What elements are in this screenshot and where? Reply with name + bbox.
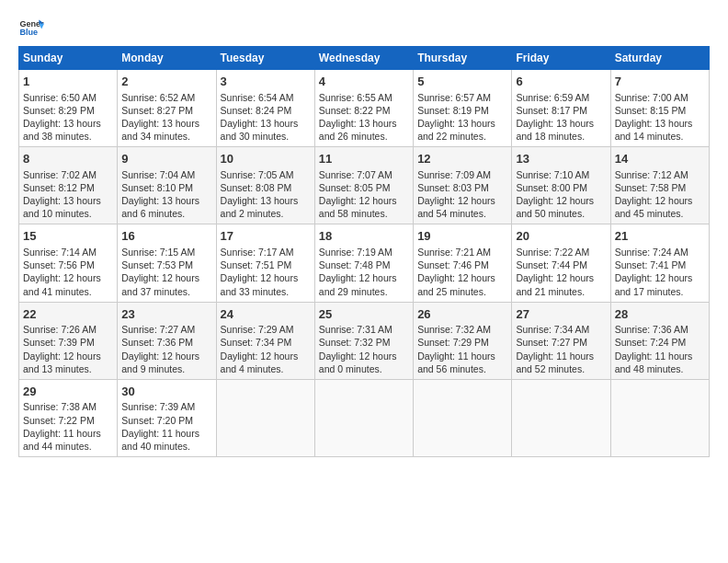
sunrise-label: Sunrise: 6:59 AM (516, 92, 589, 103)
sunrise-label: Sunrise: 7:15 AM (121, 247, 195, 258)
day-number: 14 (615, 151, 705, 167)
day-number: 8 (23, 151, 113, 167)
daylight-label: Daylight: 12 hours and 50 minutes. (516, 195, 594, 219)
sunset-label: Sunset: 8:19 PM (417, 105, 489, 116)
daylight-label: Daylight: 12 hours and 17 minutes. (615, 272, 693, 296)
day-cell-17: 17Sunrise: 7:17 AMSunset: 7:51 PMDayligh… (216, 224, 314, 302)
day-cell-6: 6Sunrise: 6:59 AMSunset: 8:17 PMDaylight… (512, 70, 610, 147)
day-number: 7 (615, 74, 705, 90)
day-number: 24 (221, 306, 311, 323)
day-cell-2: 2Sunrise: 6:52 AMSunset: 8:27 PMDaylight… (118, 70, 216, 147)
sunrise-label: Sunrise: 6:57 AM (417, 92, 491, 103)
day-number: 20 (516, 228, 606, 245)
logo: General Blue (18, 15, 44, 40)
day-cell-11: 11Sunrise: 7:07 AMSunset: 8:05 PMDayligh… (314, 147, 413, 224)
day-cell-5: 5Sunrise: 6:57 AMSunset: 8:19 PMDaylight… (414, 70, 512, 147)
day-cell-27: 27Sunrise: 7:34 AMSunset: 7:27 PMDayligh… (512, 302, 610, 379)
day-number: 30 (121, 384, 211, 400)
sunrise-label: Sunrise: 7:07 AM (319, 169, 392, 180)
sunrise-label: Sunrise: 7:31 AM (319, 324, 392, 335)
col-header-wednesday: Wednesday (314, 47, 413, 70)
sunset-label: Sunset: 8:24 PM (221, 105, 292, 116)
sunset-label: Sunset: 7:34 PM (221, 337, 292, 348)
sunrise-label: Sunrise: 7:24 AM (615, 247, 688, 258)
day-number: 11 (319, 151, 409, 167)
day-cell-18: 18Sunrise: 7:19 AMSunset: 7:48 PMDayligh… (314, 224, 413, 302)
sunset-label: Sunset: 7:46 PM (417, 259, 489, 270)
day-number: 26 (417, 306, 507, 323)
day-cell-7: 7Sunrise: 7:00 AMSunset: 8:15 PMDaylight… (610, 70, 709, 147)
daylight-label: Daylight: 11 hours and 40 minutes. (121, 428, 199, 452)
empty-cell (610, 379, 709, 456)
sunset-label: Sunset: 7:56 PM (23, 259, 95, 270)
sunset-label: Sunset: 7:27 PM (516, 337, 587, 348)
sunset-label: Sunset: 8:29 PM (23, 105, 95, 116)
day-cell-20: 20Sunrise: 7:22 AMSunset: 7:44 PMDayligh… (512, 224, 610, 302)
daylight-label: Daylight: 12 hours and 45 minutes. (615, 195, 693, 219)
day-cell-10: 10Sunrise: 7:05 AMSunset: 8:08 PMDayligh… (216, 147, 314, 224)
day-cell-9: 9Sunrise: 7:04 AMSunset: 8:10 PMDaylight… (118, 147, 216, 224)
daylight-label: Daylight: 13 hours and 38 minutes. (23, 118, 101, 142)
daylight-label: Daylight: 11 hours and 44 minutes. (23, 428, 101, 452)
sunset-label: Sunset: 8:22 PM (319, 105, 391, 116)
day-cell-12: 12Sunrise: 7:09 AMSunset: 8:03 PMDayligh… (414, 147, 512, 224)
day-cell-22: 22Sunrise: 7:26 AMSunset: 7:39 PMDayligh… (19, 302, 118, 379)
daylight-label: Daylight: 13 hours and 14 minutes. (615, 118, 693, 142)
sunrise-label: Sunrise: 7:22 AM (516, 247, 589, 258)
svg-text:Blue: Blue (19, 28, 38, 37)
col-header-sunday: Sunday (19, 47, 118, 70)
sunrise-label: Sunrise: 7:17 AM (221, 247, 294, 258)
sunrise-label: Sunrise: 7:32 AM (417, 324, 491, 335)
day-number: 10 (221, 151, 311, 167)
daylight-label: Daylight: 12 hours and 0 minutes. (319, 350, 397, 374)
sunrise-label: Sunrise: 7:02 AM (23, 169, 97, 180)
empty-cell (314, 379, 413, 456)
sunset-label: Sunset: 8:03 PM (417, 182, 489, 193)
empty-cell (414, 379, 512, 456)
sunrise-label: Sunrise: 7:04 AM (121, 169, 195, 180)
day-cell-30: 30Sunrise: 7:39 AMSunset: 7:20 PMDayligh… (118, 379, 216, 456)
sunrise-label: Sunrise: 7:00 AM (615, 92, 688, 103)
sunset-label: Sunset: 8:10 PM (121, 182, 193, 193)
sunset-label: Sunset: 7:51 PM (221, 259, 292, 270)
day-number: 25 (319, 306, 409, 323)
sunrise-label: Sunrise: 7:14 AM (23, 247, 97, 258)
sunrise-label: Sunrise: 6:54 AM (221, 92, 294, 103)
day-cell-21: 21Sunrise: 7:24 AMSunset: 7:41 PMDayligh… (610, 224, 709, 302)
sunset-label: Sunset: 8:08 PM (221, 182, 292, 193)
daylight-label: Daylight: 11 hours and 48 minutes. (615, 350, 693, 374)
sunset-label: Sunset: 8:15 PM (615, 105, 687, 116)
sunrise-label: Sunrise: 7:29 AM (221, 324, 294, 335)
day-number: 12 (417, 151, 507, 167)
sunset-label: Sunset: 7:53 PM (121, 259, 193, 270)
sunset-label: Sunset: 7:58 PM (615, 182, 687, 193)
sunset-label: Sunset: 7:32 PM (319, 337, 391, 348)
col-header-tuesday: Tuesday (216, 47, 314, 70)
col-header-thursday: Thursday (414, 47, 512, 70)
day-number: 13 (516, 151, 606, 167)
sunset-label: Sunset: 8:17 PM (516, 105, 587, 116)
sunrise-label: Sunrise: 7:19 AM (319, 247, 392, 258)
sunrise-label: Sunrise: 6:55 AM (319, 92, 392, 103)
day-cell-15: 15Sunrise: 7:14 AMSunset: 7:56 PMDayligh… (19, 224, 118, 302)
daylight-label: Daylight: 12 hours and 54 minutes. (417, 195, 495, 219)
day-number: 22 (23, 306, 113, 323)
day-cell-25: 25Sunrise: 7:31 AMSunset: 7:32 PMDayligh… (314, 302, 413, 379)
daylight-label: Daylight: 12 hours and 33 minutes. (221, 272, 299, 296)
sunrise-label: Sunrise: 6:50 AM (23, 92, 97, 103)
daylight-label: Daylight: 12 hours and 4 minutes. (221, 350, 299, 374)
day-cell-16: 16Sunrise: 7:15 AMSunset: 7:53 PMDayligh… (118, 224, 216, 302)
col-header-saturday: Saturday (610, 47, 709, 70)
day-cell-28: 28Sunrise: 7:36 AMSunset: 7:24 PMDayligh… (610, 302, 709, 379)
day-cell-1: 1Sunrise: 6:50 AMSunset: 8:29 PMDaylight… (19, 70, 118, 147)
daylight-label: Daylight: 11 hours and 56 minutes. (417, 350, 495, 374)
sunset-label: Sunset: 8:00 PM (516, 182, 587, 193)
day-number: 28 (615, 306, 705, 323)
day-number: 3 (221, 74, 311, 90)
sunset-label: Sunset: 7:24 PM (615, 337, 687, 348)
daylight-label: Daylight: 12 hours and 21 minutes. (516, 272, 594, 296)
col-header-friday: Friday (512, 47, 610, 70)
daylight-label: Daylight: 12 hours and 37 minutes. (121, 272, 199, 296)
day-number: 2 (121, 74, 211, 90)
day-number: 1 (23, 74, 113, 90)
